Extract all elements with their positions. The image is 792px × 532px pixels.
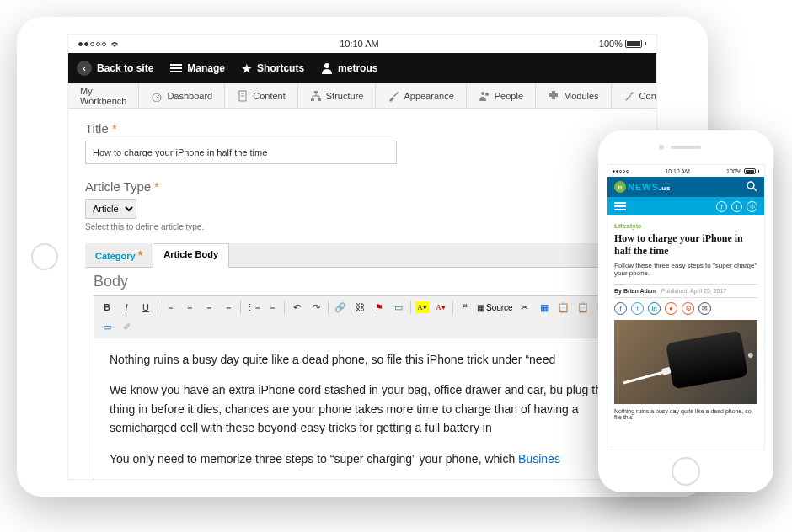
ipad-status-bar: 10:10 AM 100% [68, 35, 656, 53]
bgcolor-button[interactable]: A▾ [415, 301, 429, 313]
textcolor-button[interactable]: A▾ [433, 300, 448, 315]
align-center-button[interactable]: ≡ [182, 300, 197, 315]
instagram-icon[interactable]: ◎ [747, 201, 757, 212]
manage-button[interactable]: Manage [170, 62, 225, 74]
tab-configuration[interactable]: Configura [612, 83, 657, 108]
admin-tabs: My Workbench Dashboard Content Structure… [68, 83, 656, 109]
wrench-icon [623, 90, 635, 102]
number-list-button[interactable]: ≡ [265, 300, 280, 315]
tab-content[interactable]: Content [225, 83, 298, 108]
iphone-home-button[interactable] [672, 457, 700, 486]
copy-button[interactable]: ▦ [537, 300, 552, 315]
star-icon: ★ [242, 62, 252, 75]
share-facebook-icon[interactable]: f [614, 302, 627, 315]
editor-content-area[interactable]: Nothing ruins a busy day quite like a de… [94, 338, 630, 480]
share-twitter-icon[interactable]: t [631, 302, 644, 315]
user-menu-button[interactable]: metrous [321, 62, 377, 74]
align-justify-button[interactable]: ≡ [221, 300, 236, 315]
unlink-button[interactable]: ⛓ [352, 300, 367, 315]
search-icon[interactable] [746, 180, 757, 194]
article-type-label: Article Type * [85, 179, 639, 194]
tab-modules[interactable]: Modules [536, 83, 612, 108]
article-hero-image [614, 320, 757, 404]
svg-rect-7 [318, 98, 321, 101]
paragraph: Nothing ruins a busy day quite like a de… [110, 350, 615, 369]
quote-button[interactable]: ❝ [458, 300, 473, 315]
remove-format-button[interactable]: ✐ [119, 319, 134, 334]
article-edit-form: Title * Article Type * Article Select th… [68, 109, 656, 480]
article-type-help: Select this to define article type. [85, 222, 639, 231]
people-icon [479, 90, 490, 102]
paste-text-button[interactable]: 📋 [575, 300, 591, 315]
title-field-label: Title * [85, 121, 639, 136]
content-icon [237, 90, 249, 102]
clock: 10:10 AM [665, 168, 690, 174]
facebook-icon[interactable]: f [716, 201, 727, 212]
image-button[interactable]: ▭ [391, 300, 406, 315]
tab-appearance[interactable]: Appearance [376, 83, 466, 108]
back-arrow-icon: ‹ [77, 61, 92, 76]
undo-button[interactable]: ↶ [289, 300, 304, 315]
ipad-home-button[interactable] [31, 243, 58, 270]
underline-button[interactable]: U [138, 300, 153, 315]
bold-button[interactable]: B [99, 300, 115, 315]
align-left-button[interactable]: ≡ [163, 300, 178, 315]
back-to-site-button[interactable]: ‹ Back to site [77, 61, 153, 76]
battery-icon [625, 40, 642, 48]
share-stumble-icon[interactable]: Ꙩ [682, 302, 694, 315]
anchor-button[interactable]: ⚑ [372, 300, 387, 315]
share-email-icon[interactable]: ✉ [698, 302, 711, 315]
appearance-icon [388, 90, 399, 102]
link-button[interactable]: 🔗 [333, 300, 348, 315]
italic-button[interactable]: I [119, 300, 134, 315]
article-body-text: Nothing ruins a busy day quite like a de… [614, 408, 757, 420]
article-category[interactable]: Lifestyle [614, 222, 757, 230]
redo-button[interactable]: ↷ [308, 300, 324, 315]
tab-article-body[interactable]: Article Body [153, 243, 229, 268]
svg-point-9 [485, 93, 489, 96]
wysiwyg-editor: B I U ≡ ≡ ≡ ≡ ⋮≡ ≡ ↶ ↷ 🔗 ⛓ [94, 295, 631, 480]
tab-dashboard[interactable]: Dashboard [139, 83, 225, 108]
news-logo[interactable]: n NEWS.us [614, 181, 672, 193]
battery-percent: 100% [726, 168, 741, 174]
cut-button[interactable]: ✂ [517, 300, 532, 315]
tab-my-workbench[interactable]: My Workbench [68, 83, 139, 108]
svg-point-10 [747, 182, 754, 189]
paste-button[interactable]: 📋 [556, 300, 571, 315]
svg-point-8 [481, 92, 484, 95]
article-byline: By Brian Adam Published: April 25, 2017 [614, 284, 757, 298]
share-reddit-icon[interactable]: ● [665, 302, 677, 315]
tab-category[interactable]: Category * [85, 243, 153, 267]
iphone-speaker [671, 146, 701, 149]
svg-rect-5 [314, 91, 318, 93]
hamburger-icon[interactable] [614, 202, 626, 210]
article-type-select[interactable]: Article [85, 199, 136, 219]
tab-structure[interactable]: Structure [298, 83, 377, 108]
back-label: Back to site [97, 62, 153, 74]
dashboard-icon [151, 90, 163, 102]
manage-label: Manage [187, 62, 225, 74]
user-icon [321, 62, 333, 74]
paragraph: We know you have an extra iPhone cord st… [110, 380, 615, 437]
hamburger-icon [170, 64, 182, 72]
shortcuts-button[interactable]: ★ Shortcuts [242, 62, 304, 75]
iphone-device-frame: 10:10 AM 100% n NEWS.us f t ◎ Lifestyle … [598, 130, 773, 492]
wifi-icon [110, 40, 120, 48]
tab-people[interactable]: People [467, 83, 536, 108]
source-button[interactable]: ▦ Source [477, 303, 513, 312]
align-right-button[interactable]: ≡ [201, 300, 217, 315]
teaser-break-button[interactable]: ▭ [99, 319, 115, 334]
svg-point-0 [324, 63, 329, 68]
logo-icon: n [614, 181, 626, 193]
body-field-label: Body [85, 268, 639, 295]
link[interactable]: Busines [518, 452, 560, 466]
title-input[interactable] [85, 141, 397, 164]
share-linkedin-icon[interactable]: in [648, 302, 661, 315]
news-nav-bar: f t ◎ [607, 197, 764, 215]
content-subtabs: Category * Article Body [85, 243, 639, 268]
iphone-camera [659, 145, 664, 150]
modules-icon [548, 90, 559, 102]
structure-icon [310, 90, 322, 102]
twitter-icon[interactable]: t [731, 201, 742, 212]
bullet-list-button[interactable]: ⋮≡ [245, 300, 260, 315]
